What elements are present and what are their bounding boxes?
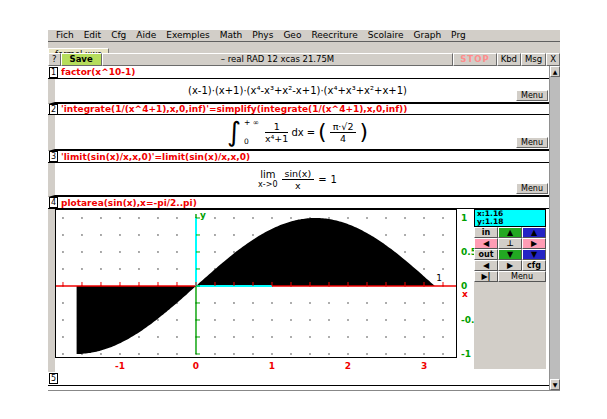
svg-text:1: 1 (436, 273, 442, 283)
pointer-mode-button[interactable]: ⊥ (498, 238, 522, 249)
tab-bar: formel.xws (48, 42, 560, 53)
row-number[interactable]: 5 (49, 373, 58, 384)
scroll-down-icon[interactable]: ▼ (550, 379, 560, 390)
menu-item[interactable]: Reecriture (306, 30, 362, 41)
pan-left-button[interactable]: ◀ (474, 238, 498, 249)
limit-result: lim x->0 sin(x) x = 1 (258, 168, 337, 191)
input-row-5: 5 (48, 372, 560, 386)
plot-canvas[interactable]: -1012310.50-0.5-1yx1 (55, 209, 479, 372)
step-back-button[interactable]: ◀ (474, 260, 498, 271)
value-fraction: π·√2 4 (330, 121, 357, 144)
input-row-1: 1 factor(x^10-1) (48, 66, 560, 79)
close-button[interactable]: X (546, 53, 560, 66)
menu-item[interactable]: Exemples (161, 30, 214, 41)
pan-right-button[interactable]: ▶ (522, 238, 546, 249)
up-arrow-icon: ▲ (507, 228, 513, 237)
graph-menu-button[interactable]: Menu (498, 271, 546, 282)
svg-text:1: 1 (461, 213, 467, 223)
equals: = (307, 127, 315, 138)
screenshot-canvas: FichEditCfgAideExemplesMathPhysGeoReecri… (0, 0, 607, 419)
rotate-up-button[interactable]: ▲ (522, 227, 546, 238)
worksheet-scrollbar[interactable]: ▲ ▼ (549, 66, 560, 390)
menubar: FichEditCfgAideExemplesMathPhysGeoReecri… (48, 30, 560, 42)
menu-item[interactable]: Scolaire (363, 30, 409, 41)
menu-item[interactable]: Graph (409, 30, 447, 41)
toolbar: ? Save – real RAD 12 xcas 21.75M STOP Kb… (48, 53, 560, 66)
right-arrow-icon: ▶ (507, 261, 513, 270)
dx: dx (291, 127, 303, 138)
pan-up-button[interactable]: ▲ (498, 227, 522, 238)
rotate-down-button[interactable]: ▼ (522, 249, 546, 260)
input-row-3: 3 'limit(sin(x)/x,x,0)'=limit(sin(x)/x,x… (48, 151, 560, 163)
cursor-coordinates: x:1.16 y:1.18 (474, 209, 546, 227)
integrand-fraction: 1 x⁴+1 (265, 121, 288, 144)
row-number[interactable]: 4 (49, 197, 58, 208)
result-menu-button[interactable]: Menu (516, 90, 548, 101)
command-input-1[interactable]: factor(x^10-1) (61, 67, 135, 77)
row-number[interactable]: 1 (49, 67, 58, 78)
input-row-4: 4 plotarea(sin(x),x=-pi/2..pi) (48, 197, 560, 209)
cursor-y: y:1.18 (477, 218, 545, 226)
worksheet: 1 factor(x^10-1) (x-1)·(x+1)·(x⁴-x³+x²-x… (48, 66, 560, 391)
result-2: ∫ + ∞ 0 1 x⁴+1 dx = ( π·√2 4 (48, 115, 560, 151)
result-menu-button[interactable]: Menu (516, 137, 548, 148)
zoom-in-button[interactable]: in (474, 227, 498, 238)
upper-bound: + ∞ (244, 118, 259, 127)
animation-next-button[interactable]: ▶| (474, 271, 498, 282)
svg-text:2: 2 (345, 361, 351, 371)
menu-item[interactable]: Math (215, 30, 248, 41)
messages-button[interactable]: Msg (521, 53, 546, 66)
up-arrow-icon: ▲ (531, 228, 537, 237)
xcas-window: FichEditCfgAideExemplesMathPhysGeoReecri… (48, 30, 560, 391)
integral-bounds: + ∞ 0 (244, 118, 259, 146)
command-input-4[interactable]: plotarea(sin(x),x=-pi/2..pi) (61, 198, 197, 208)
svg-text:x: x (462, 289, 468, 299)
row-number[interactable]: 3 (49, 151, 58, 162)
lower-bound: 0 (244, 137, 259, 146)
svg-text:0: 0 (193, 361, 199, 371)
menu-item[interactable]: Phys (247, 30, 278, 41)
svg-text:1: 1 (269, 361, 275, 371)
factor-result: (x-1)·(x+1)·(x⁴-x³+x²-x+1)·(x⁴+x³+x²+x+1… (188, 85, 407, 96)
row-number[interactable]: 2 (49, 104, 58, 115)
pan-down-button[interactable]: ▼ (498, 249, 522, 260)
menu-item[interactable]: Fich (51, 30, 79, 41)
right-arrow-icon: ▶ (531, 239, 537, 248)
crosshair-icon: ⊥ (506, 239, 513, 248)
down-arrow-icon: ▼ (507, 250, 513, 259)
save-button[interactable]: Save (61, 53, 102, 66)
config-button[interactable]: cfg (522, 260, 546, 271)
scroll-up-icon[interactable]: ▲ (550, 66, 560, 77)
status-display[interactable]: – real RAD 12 xcas 21.75M (102, 53, 454, 66)
svg-text:-1: -1 (461, 349, 471, 359)
result-3: lim x->0 sin(x) x = 1 Menu (48, 163, 560, 197)
result-menu-button[interactable]: Menu (516, 183, 548, 194)
down-arrow-icon: ▼ (531, 250, 537, 259)
menu-item[interactable]: Geo (278, 30, 306, 41)
help-button[interactable]: ? (48, 53, 61, 66)
menu-item[interactable]: Prg (446, 30, 471, 41)
stop-button[interactable]: STOP (453, 53, 496, 66)
svg-text:-1: -1 (115, 361, 125, 371)
menu-item[interactable]: Aide (131, 30, 161, 41)
keyboard-button[interactable]: Kbd (497, 53, 521, 66)
panel-buttons: in ▲ ▲ ◀ ⊥ ▶ out ▼ ▼ ◀ ▶ cfg ▶| Menu (474, 227, 546, 282)
menu-item[interactable]: Cfg (106, 30, 131, 41)
play-next-icon: ▶| (481, 272, 490, 281)
left-arrow-icon: ◀ (483, 261, 489, 270)
graph-control-panel: x:1.16 y:1.18 in ▲ ▲ ◀ ⊥ ▶ out ▼ ▼ ◀ (474, 209, 546, 369)
left-arrow-icon: ◀ (483, 239, 489, 248)
result-1: (x-1)·(x+1)·(x⁴-x³+x²-x+1)·(x⁴+x³+x²+x+1… (48, 79, 560, 104)
command-input-3[interactable]: 'limit(sin(x)/x,x,0)'=limit(sin(x)/x,x,0… (61, 152, 250, 162)
menu-item[interactable]: Edit (79, 30, 106, 41)
step-forward-button[interactable]: ▶ (498, 260, 522, 271)
input-row-2: 2 'integrate(1/(x^4+1),x,0,inf)'=simplif… (48, 104, 560, 115)
zoom-out-button[interactable]: out (474, 249, 498, 260)
graph-widget: -1012310.50-0.5-1yx1 x:1.16 y:1.18 in ▲ … (48, 209, 560, 372)
svg-text:3: 3 (421, 361, 427, 371)
integral-result: ∫ + ∞ 0 1 x⁴+1 dx = ( π·√2 4 (227, 118, 368, 146)
svg-text:y: y (200, 210, 206, 220)
integral-sign: ∫ (227, 118, 241, 146)
command-input-2[interactable]: 'integrate(1/(x^4+1),x,0,inf)'=simplify(… (61, 104, 407, 114)
